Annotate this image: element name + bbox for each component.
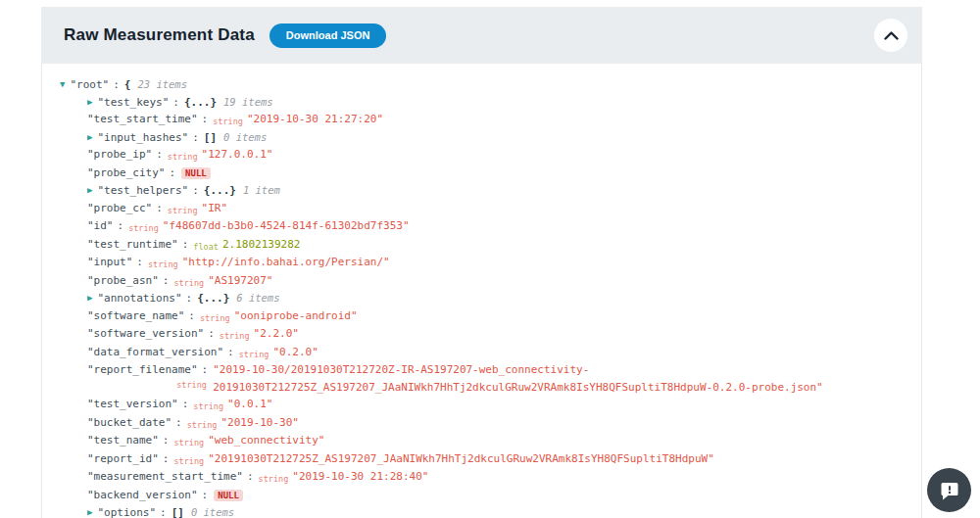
item-count: 0 items	[191, 506, 234, 518]
json-row: "data_format_version":string"0.2.0"	[42, 344, 902, 362]
item-count: 23 items	[137, 78, 187, 90]
json-colon: :	[202, 489, 209, 501]
expand-arrow-icon[interactable]: ▶	[87, 290, 92, 307]
json-value-string: "f48607dd-b3b0-4524-814f-61302bd7f353"	[163, 219, 410, 232]
json-colon: :	[188, 309, 195, 322]
json-colon: :	[202, 363, 209, 376]
json-key: "probe_cc"	[87, 202, 152, 214]
json-viewer-panel: ▼"root":{23 items▶"test_keys":{...}19 it…	[41, 64, 922, 518]
json-row: "probe_asn":string"AS197207"	[42, 272, 902, 291]
json-key: "probe_asn"	[87, 274, 159, 287]
json-key: "options"	[97, 506, 156, 518]
json-tree: ▼"root":{23 items▶"test_keys":{...}19 it…	[42, 76, 902, 518]
json-row: "probe_ip":string"127.0.0.1"	[42, 146, 902, 165]
collapsed-array-summary[interactable]: []	[204, 131, 217, 144]
type-label-string: string	[239, 350, 270, 359]
json-row: "probe_cc":string"IR"	[42, 200, 902, 218]
json-row: ▶"input_hashes":[]0 items	[42, 129, 902, 147]
json-key: "input"	[87, 256, 132, 268]
expand-arrow-icon[interactable]: ▶	[87, 182, 92, 200]
json-colon: :	[113, 78, 120, 91]
item-count: 0 items	[223, 131, 267, 143]
json-key: "test_version"	[87, 398, 178, 410]
collapse-arrow-icon[interactable]: ▼	[60, 76, 65, 94]
collapsed-object-summary[interactable]: {...}	[184, 96, 217, 109]
type-label-string: string	[148, 259, 178, 269]
json-key: "report_id"	[87, 452, 159, 465]
item-count: 6 items	[236, 292, 279, 304]
collapsed-object-summary[interactable]: {...}	[204, 184, 236, 197]
json-key: "bucket_date"	[87, 416, 172, 429]
type-label-string: string	[168, 206, 198, 215]
type-label-string: string	[176, 377, 207, 395]
json-colon: :	[118, 219, 124, 232]
speech-bubble-exclamation-icon	[939, 480, 960, 501]
json-row: "test_version":string"0.0.1"	[42, 396, 902, 414]
json-row: ▼"root":{23 items	[42, 76, 902, 94]
type-label-string: string	[259, 474, 289, 484]
json-value-string: "2019-10-30 21:27:20"	[247, 113, 383, 125]
json-row: "input":string"http://info.bahai.org/Per…	[42, 254, 902, 272]
open-brace: {	[124, 78, 131, 91]
type-label-string: string	[220, 331, 250, 341]
json-row: "software_version":string"2.2.0"	[42, 325, 902, 344]
json-value-string: "2.2.0"	[254, 327, 299, 340]
json-key: "probe_city"	[87, 166, 165, 179]
json-colon: :	[202, 113, 209, 125]
json-key: "probe_ip"	[87, 148, 152, 161]
json-row: "report_id":string"20191030T212725Z_AS19…	[42, 450, 902, 469]
expand-arrow-icon[interactable]: ▶	[87, 129, 92, 147]
page-title: Raw Measurement Data	[64, 25, 255, 45]
expand-arrow-icon[interactable]: ▶	[87, 94, 92, 112]
collapsed-object-summary[interactable]: {...}	[197, 292, 229, 305]
download-json-button[interactable]: Download JSON	[270, 24, 387, 48]
json-key: "test_helpers"	[97, 184, 188, 197]
type-label-float: float	[193, 242, 219, 252]
feedback-button[interactable]	[927, 468, 971, 512]
item-count: 19 items	[223, 96, 273, 108]
json-value-string: "127.0.0.1"	[202, 148, 273, 161]
json-value-string: "2019-10-30 21:28:40"	[292, 470, 428, 483]
json-key: "backend_version"	[87, 489, 198, 501]
json-row: "id":string"f48607dd-b3b0-4524-814f-6130…	[42, 217, 902, 236]
collapsed-array-summary[interactable]: []	[172, 506, 184, 518]
json-row: ▶"annotations":{...}6 items	[42, 290, 902, 307]
type-label-string: string	[168, 152, 198, 162]
json-row: "report_filename":string"2019-10-30/2019…	[42, 361, 902, 396]
page: Raw Measurement Data Download JSON ▼"roo…	[0, 0, 980, 518]
json-row: "test_start_time":string"2019-10-30 21:2…	[42, 111, 902, 129]
json-colon: :	[182, 398, 189, 410]
json-key: "software_version"	[87, 327, 204, 340]
json-colon: :	[163, 274, 170, 287]
json-key: "id"	[87, 219, 114, 232]
json-key: "test_runtime"	[87, 238, 178, 251]
json-value-string: string"2019-10-30/20191030T212720Z-IR-AS…	[213, 361, 840, 396]
json-key: "test_keys"	[97, 96, 169, 109]
json-value-string: "AS197207"	[208, 274, 272, 287]
raw-measurement-header: Raw Measurement Data Download JSON	[41, 7, 922, 64]
json-colon: :	[163, 434, 170, 447]
type-label-string: string	[200, 313, 230, 323]
type-label-string: string	[187, 420, 218, 430]
json-row: "probe_city":NULL	[42, 165, 902, 183]
json-value-float: 2.1802139282	[222, 238, 300, 251]
json-value-string: "0.0.1"	[227, 398, 272, 410]
json-key: "test_name"	[87, 434, 159, 447]
chevron-up-icon	[884, 31, 899, 40]
json-colon: :	[175, 416, 182, 429]
json-key: "root"	[70, 78, 109, 91]
json-value-string: "20191030T212725Z_AS197207_JAaNIWkh7HhTj…	[208, 452, 714, 465]
json-key: "report_filename"	[87, 363, 198, 376]
json-value-string: "web_connectivity"	[208, 434, 324, 447]
json-row: ▶"test_helpers":{...}1 item	[42, 182, 902, 200]
item-count: 1 item	[243, 184, 280, 196]
type-label-string: string	[173, 278, 204, 288]
json-colon: :	[172, 96, 179, 109]
json-row: "bucket_date":string"2019-10-30"	[42, 414, 902, 433]
json-row: ▶"options":[]0 items	[42, 504, 902, 518]
collapse-panel-button[interactable]	[874, 19, 907, 52]
json-value-string: "http://info.bahai.org/Persian/"	[182, 256, 390, 268]
json-key: "measurement_start_time"	[87, 470, 243, 483]
json-value-string: "ooniprobe-android"	[234, 309, 358, 322]
expand-arrow-icon[interactable]: ▶	[87, 504, 92, 518]
